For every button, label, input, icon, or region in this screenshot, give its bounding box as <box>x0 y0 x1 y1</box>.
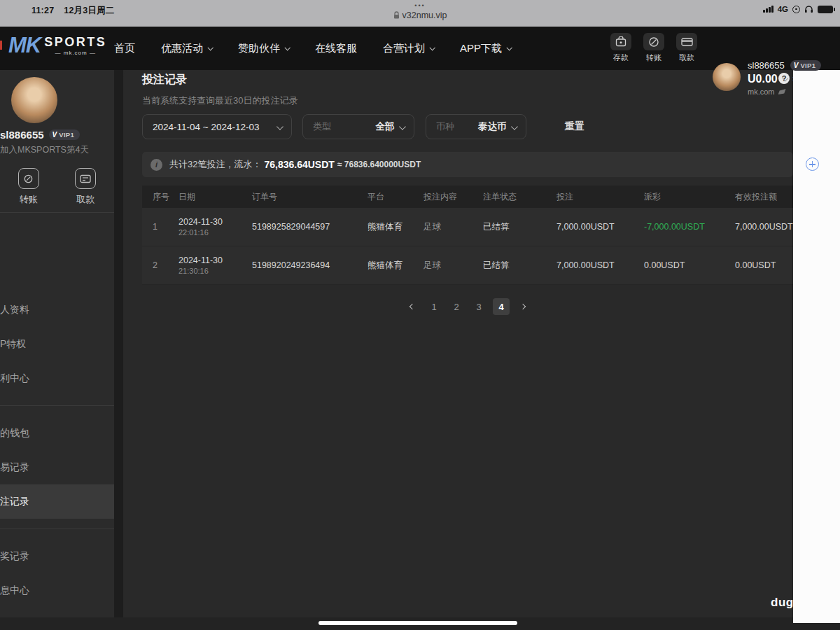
type-select[interactable]: 类型 全部 <box>302 114 414 139</box>
summary-prefix: 共计32笔投注，流水： <box>169 158 261 171</box>
page-1-button[interactable]: 1 <box>426 298 442 315</box>
sidebar-item-rewards[interactable]: 奖记录 <box>0 539 114 573</box>
page-3-button[interactable]: 3 <box>470 298 487 315</box>
query-hint: 当前系统支持查询最近30日的投注记录 <box>142 94 298 107</box>
chevron-down-icon <box>284 45 290 50</box>
sidebar: sl886655 V VIP1 加入MKSPORTS第4天 转账 取款 人资料 … <box>0 70 114 617</box>
chevron-down-icon <box>276 123 283 130</box>
orientation-lock-icon <box>792 6 800 13</box>
payout-value: -7,000.00USDT <box>636 222 727 232</box>
network-type-label: 4G <box>778 5 788 13</box>
nav-affiliate[interactable]: 合营计划 <box>383 42 434 55</box>
divider <box>0 212 114 213</box>
transfer-button[interactable]: 转账 <box>643 33 664 63</box>
chevron-down-icon <box>511 123 517 130</box>
quick-actions: 存款 转账 取款 <box>610 33 697 63</box>
info-icon: i <box>150 159 162 171</box>
tab-options-icon[interactable]: ••• <box>0 2 840 9</box>
table-row: 1 2024-11-3022:01:16 5198925829044597 熊猫… <box>142 208 793 246</box>
payout-value: 0.00USDT <box>636 260 727 270</box>
bet-records-table: 序号 日期 订单号 平台 投注内容 注单状态 投注 派彩 有效投注额 1 202… <box>142 186 793 285</box>
page-4-button[interactable]: 4 <box>493 298 510 315</box>
plus-circle-icon[interactable] <box>806 158 819 171</box>
edge-red-fragment <box>0 41 2 50</box>
order-number: 5198920249236494 <box>244 260 359 270</box>
watermark-text: dug <box>771 596 794 610</box>
sidebar-item-messages[interactable]: 息中心 <box>0 573 114 608</box>
summary-bar: i 共计32笔投注，流水： 76,836.64USDT ≈ 76836.6400… <box>142 152 793 177</box>
avatar[interactable] <box>713 63 741 91</box>
lock-icon <box>393 11 400 19</box>
sidebar-withdraw-button[interactable]: 取款 <box>57 168 115 206</box>
vip-v-icon: V <box>794 62 799 69</box>
transfer-coin-icon <box>23 174 34 184</box>
screen: 11:2712月3日周二 ••• v32nmu.vip 4G MK SPORTS… <box>0 0 840 630</box>
sidebar-username: sl886655 <box>0 129 44 141</box>
page-margin-strip <box>793 70 840 623</box>
nav-livechat[interactable]: 在线客服 <box>315 42 357 55</box>
sidebar-item-feedback[interactable]: 见反馈 <box>0 608 114 617</box>
headphones-icon <box>804 5 813 13</box>
nav-promotions[interactable]: 优惠活动 <box>161 42 212 55</box>
turnover-amount: 76,836.64USDT <box>264 159 334 170</box>
next-page-button[interactable] <box>515 299 531 314</box>
divider <box>0 396 114 416</box>
logo-sports: SPORTS <box>44 35 106 50</box>
table-row: 2 2024-11-3021:30:16 5198920249236494 熊猫… <box>142 246 793 285</box>
divider <box>0 519 114 539</box>
deposit-button[interactable]: 存款 <box>610 33 631 63</box>
url-bar[interactable]: v32nmu.vip <box>393 10 447 20</box>
sidebar-gutter <box>114 70 123 617</box>
joined-days-label: 加入MKSPORTS第4天 <box>0 144 89 156</box>
chevron-down-icon <box>782 76 788 81</box>
logo[interactable]: MK SPORTS mk.com <box>8 33 106 58</box>
page-title: 投注记录 <box>142 73 187 88</box>
deposit-safe-icon <box>615 36 626 47</box>
sidebar-transfer-button[interactable]: 转账 <box>0 168 57 206</box>
vip-v-icon: V <box>52 131 57 139</box>
main-content: 投注记录 ? 投 当前系统支持查询最近30日的投注记录 2024-11-04 ~… <box>123 70 840 617</box>
balance-dropdown[interactable]: U0.00 <box>748 73 821 85</box>
chevron-down-icon <box>399 123 405 130</box>
battery-icon <box>818 6 833 13</box>
date-range-select[interactable]: 2024-11-04 ~ 2024-12-03 <box>142 114 292 139</box>
sidebar-menu: 人资料 P特权 利中心 的钱包 易记录 注记录 奖记录 息中心 见反馈 助中心 <box>0 293 114 617</box>
status-badge: 已结算 <box>475 221 548 233</box>
page-2-button[interactable]: 2 <box>448 298 465 315</box>
chevron-down-icon <box>429 45 435 50</box>
main-nav: 首页 优惠活动 赞助伙伴 在线客服 合营计划 APP下载 <box>114 27 511 70</box>
nav-home[interactable]: 首页 <box>114 42 135 55</box>
turnover-approx: ≈ 76836.640000USDT <box>337 160 421 169</box>
reset-button[interactable]: 重置 <box>565 120 584 133</box>
logo-domain: mk.com <box>55 50 95 56</box>
sidebar-item-vip[interactable]: P特权 <box>0 327 114 361</box>
sidebar-item-transactions[interactable]: 易记录 <box>0 450 114 484</box>
sidebar-item-welfare[interactable]: 利中心 <box>0 361 114 396</box>
sidebar-vip-badge: V VIP1 <box>49 130 80 140</box>
home-indicator[interactable] <box>318 621 517 625</box>
sidebar-avatar <box>11 77 57 123</box>
currency-select[interactable]: 币种 泰达币 <box>426 114 526 139</box>
filter-bar: 2024-11-04 ~ 2024-12-03 类型 全部 币种 泰达币 重置 <box>142 114 584 139</box>
chevron-down-icon <box>207 45 213 50</box>
transfer-coin-icon <box>648 36 659 48</box>
nav-sponsors[interactable]: 赞助伙伴 <box>238 42 289 55</box>
table-header-row: 序号 日期 订单号 平台 投注内容 注单状态 投注 派彩 有效投注额 <box>142 186 793 208</box>
site-badge-icon <box>778 89 786 94</box>
order-number: 5198925829044597 <box>244 222 359 232</box>
username-label: sl886655 <box>748 60 785 71</box>
sidebar-item-wallet[interactable]: 的钱包 <box>0 416 114 450</box>
prev-page-button[interactable] <box>405 299 420 314</box>
sidebar-item-bet-records[interactable]: 注记录 <box>0 484 114 519</box>
pagination: 1 2 3 4 <box>142 298 793 315</box>
chevron-right-icon <box>520 304 526 309</box>
signal-bars-icon <box>763 6 774 13</box>
chevron-down-icon <box>506 45 512 50</box>
nav-app-download[interactable]: APP下载 <box>460 42 511 55</box>
sidebar-item-profile[interactable]: 人资料 <box>0 293 114 327</box>
status-bar: 11:2712月3日周二 ••• v32nmu.vip 4G <box>0 0 840 27</box>
chevron-left-icon <box>410 304 415 309</box>
withdraw-card-icon <box>80 174 91 183</box>
withdraw-button[interactable]: 取款 <box>676 33 697 63</box>
site-header: MK SPORTS mk.com 首页 优惠活动 赞助伙伴 在线客服 合营计划 … <box>0 27 840 70</box>
